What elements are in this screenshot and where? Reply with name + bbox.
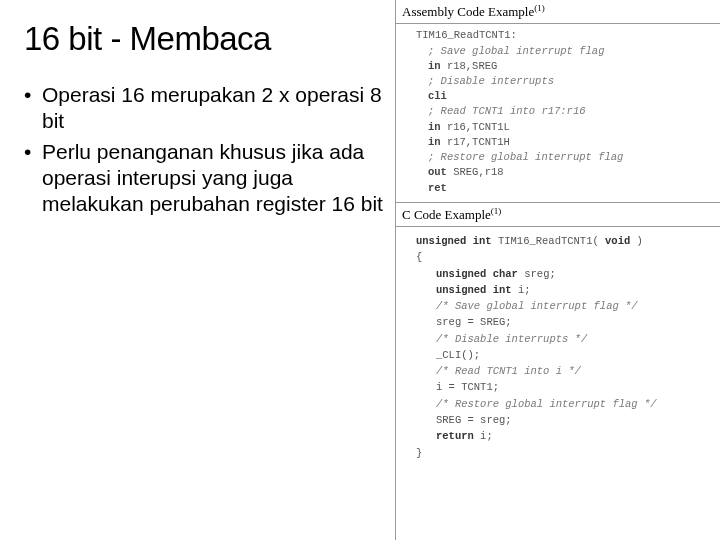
c-brace-open: { — [396, 249, 720, 265]
asm-line: ; Disable interrupts — [396, 74, 720, 89]
c-decl: unsigned char sreg; — [396, 266, 720, 282]
c-header: C Code Example(1) — [396, 202, 720, 227]
asm-code-body: TIM16_ReadTCNT1: ; Save global interrupt… — [396, 24, 720, 201]
c-return: return i; — [396, 428, 720, 444]
c-comment: /* Disable interrupts */ — [396, 331, 720, 347]
c-header-sup: (1) — [491, 206, 502, 216]
asm-line: ; Save global interrupt flag — [396, 44, 720, 59]
asm-label: TIM16_ReadTCNT1: — [396, 28, 720, 43]
c-code-body: unsigned int TIM16_ReadTCNT1( void ) { u… — [396, 227, 720, 467]
slide-title: 16 bit - Membaca — [24, 20, 385, 58]
c-signature: unsigned int TIM16_ReadTCNT1( void ) — [396, 233, 720, 249]
c-header-text: C Code Example — [402, 207, 491, 222]
asm-line: in r16,TCNT1L — [396, 120, 720, 135]
asm-line: out SREG,r18 — [396, 165, 720, 180]
asm-line: cli — [396, 89, 720, 104]
asm-line: ; Read TCNT1 into r17:r16 — [396, 104, 720, 119]
c-brace-close: } — [396, 445, 720, 461]
c-stmt: sreg = SREG; — [396, 314, 720, 330]
c-decl: unsigned int i; — [396, 282, 720, 298]
bullet-item: Operasi 16 merupakan 2 x operasi 8 bit — [24, 82, 385, 135]
asm-line: ; Restore global interrupt flag — [396, 150, 720, 165]
code-panel: Assembly Code Example(1) TIM16_ReadTCNT1… — [395, 0, 720, 540]
c-stmt: _CLI(); — [396, 347, 720, 363]
asm-header: Assembly Code Example(1) — [396, 0, 720, 24]
c-comment: /* Restore global interrupt flag */ — [396, 396, 720, 412]
asm-header-sup: (1) — [534, 3, 545, 13]
c-stmt: i = TCNT1; — [396, 379, 720, 395]
asm-header-text: Assembly Code Example — [402, 4, 534, 19]
asm-line: in r17,TCNT1H — [396, 135, 720, 150]
c-stmt: SREG = sreg; — [396, 412, 720, 428]
c-comment: /* Save global interrupt flag */ — [396, 298, 720, 314]
c-comment: /* Read TCNT1 into i */ — [396, 363, 720, 379]
slide-text-panel: 16 bit - Membaca Operasi 16 merupakan 2 … — [0, 0, 395, 540]
bullet-list: Operasi 16 merupakan 2 x operasi 8 bit P… — [24, 82, 385, 217]
bullet-item: Perlu penanganan khusus jika ada operasi… — [24, 139, 385, 218]
asm-line: ret — [396, 181, 720, 196]
asm-line: in r18,SREG — [396, 59, 720, 74]
